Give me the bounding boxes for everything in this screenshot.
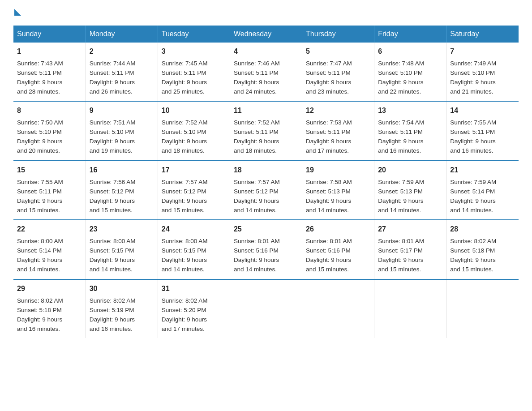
day-cell: 13Sunrise: 7:54 AMSunset: 5:11 PMDayligh…: [374, 101, 446, 160]
day-number: 14: [450, 105, 515, 116]
day-cell: 21Sunrise: 7:59 AMSunset: 5:14 PMDayligh…: [446, 161, 519, 220]
day-info: Sunrise: 7:59 AMSunset: 5:13 PMDaylight:…: [378, 178, 442, 215]
header-cell-friday: Friday: [374, 26, 446, 43]
day-number: 12: [306, 105, 370, 116]
day-cell: [230, 279, 302, 338]
day-info: Sunrise: 7:47 AMSunset: 5:11 PMDaylight:…: [306, 59, 370, 97]
day-number: 7: [450, 46, 515, 57]
day-cell: 15Sunrise: 7:55 AMSunset: 5:11 PMDayligh…: [13, 161, 86, 220]
day-info: Sunrise: 7:59 AMSunset: 5:14 PMDaylight:…: [450, 178, 515, 215]
day-cell: 1Sunrise: 7:43 AMSunset: 5:11 PMDaylight…: [13, 43, 86, 101]
day-number: 13: [378, 105, 442, 116]
header-cell-saturday: Saturday: [446, 26, 519, 43]
day-cell: 19Sunrise: 7:58 AMSunset: 5:13 PMDayligh…: [302, 161, 374, 220]
day-info: Sunrise: 7:43 AMSunset: 5:11 PMDaylight:…: [17, 59, 82, 97]
day-number: 9: [90, 105, 154, 116]
day-info: Sunrise: 7:46 AMSunset: 5:11 PMDaylight:…: [234, 59, 298, 97]
day-info: Sunrise: 7:57 AMSunset: 5:12 PMDaylight:…: [162, 178, 226, 215]
day-info: Sunrise: 7:50 AMSunset: 5:10 PMDaylight:…: [17, 118, 82, 156]
day-cell: 9Sunrise: 7:51 AMSunset: 5:10 PMDaylight…: [86, 101, 158, 160]
day-cell: 25Sunrise: 8:01 AMSunset: 5:16 PMDayligh…: [230, 220, 302, 279]
day-cell: [302, 279, 374, 338]
day-number: 18: [234, 165, 298, 176]
header-cell-monday: Monday: [86, 26, 158, 43]
day-cell: 24Sunrise: 8:00 AMSunset: 5:15 PMDayligh…: [158, 220, 230, 279]
day-number: 24: [162, 224, 226, 235]
day-number: 27: [378, 224, 442, 235]
day-info: Sunrise: 7:45 AMSunset: 5:11 PMDaylight:…: [162, 59, 226, 97]
page-header: [13, 9, 519, 17]
day-cell: 20Sunrise: 7:59 AMSunset: 5:13 PMDayligh…: [374, 161, 446, 220]
day-number: 28: [450, 224, 515, 235]
day-number: 30: [90, 283, 154, 295]
day-number: 2: [90, 46, 154, 57]
day-cell: 5Sunrise: 7:47 AMSunset: 5:11 PMDaylight…: [302, 43, 374, 101]
header-row: SundayMondayTuesdayWednesdayThursdayFrid…: [13, 26, 519, 43]
calendar-body: 1Sunrise: 7:43 AMSunset: 5:11 PMDaylight…: [13, 43, 519, 338]
day-cell: 22Sunrise: 8:00 AMSunset: 5:14 PMDayligh…: [13, 220, 86, 279]
day-cell: 23Sunrise: 8:00 AMSunset: 5:15 PMDayligh…: [86, 220, 158, 279]
week-row-1: 1Sunrise: 7:43 AMSunset: 5:11 PMDaylight…: [13, 43, 519, 101]
day-number: 5: [306, 46, 370, 57]
day-info: Sunrise: 7:48 AMSunset: 5:10 PMDaylight:…: [378, 59, 442, 97]
day-info: Sunrise: 8:01 AMSunset: 5:16 PMDaylight:…: [306, 237, 370, 274]
day-cell: 2Sunrise: 7:44 AMSunset: 5:11 PMDaylight…: [86, 43, 158, 101]
day-cell: 8Sunrise: 7:50 AMSunset: 5:10 PMDaylight…: [13, 101, 86, 160]
day-cell: 10Sunrise: 7:52 AMSunset: 5:10 PMDayligh…: [158, 101, 230, 160]
day-cell: 4Sunrise: 7:46 AMSunset: 5:11 PMDaylight…: [230, 43, 302, 101]
day-number: 11: [234, 105, 298, 116]
week-row-4: 22Sunrise: 8:00 AMSunset: 5:14 PMDayligh…: [13, 220, 519, 279]
day-info: Sunrise: 7:51 AMSunset: 5:10 PMDaylight:…: [90, 118, 154, 156]
week-row-5: 29Sunrise: 8:02 AMSunset: 5:18 PMDayligh…: [13, 279, 519, 338]
day-number: 26: [306, 224, 370, 235]
day-number: 22: [17, 224, 82, 235]
day-number: 1: [17, 46, 82, 57]
day-number: 8: [17, 105, 82, 116]
day-number: 21: [450, 165, 515, 176]
day-info: Sunrise: 7:56 AMSunset: 5:12 PMDaylight:…: [90, 178, 154, 215]
day-cell: 29Sunrise: 8:02 AMSunset: 5:18 PMDayligh…: [13, 279, 86, 338]
day-info: Sunrise: 7:52 AMSunset: 5:10 PMDaylight:…: [162, 118, 226, 156]
day-cell: 31Sunrise: 8:02 AMSunset: 5:20 PMDayligh…: [158, 279, 230, 338]
day-cell: 17Sunrise: 7:57 AMSunset: 5:12 PMDayligh…: [158, 161, 230, 220]
day-info: Sunrise: 7:44 AMSunset: 5:11 PMDaylight:…: [90, 59, 154, 97]
day-number: 25: [234, 224, 298, 235]
day-number: 23: [90, 224, 154, 235]
day-cell: 12Sunrise: 7:53 AMSunset: 5:11 PMDayligh…: [302, 101, 374, 160]
week-row-3: 15Sunrise: 7:55 AMSunset: 5:11 PMDayligh…: [13, 161, 519, 220]
day-number: 15: [17, 165, 82, 176]
day-info: Sunrise: 7:55 AMSunset: 5:11 PMDaylight:…: [17, 178, 82, 215]
header-cell-sunday: Sunday: [13, 26, 86, 43]
day-info: Sunrise: 8:02 AMSunset: 5:18 PMDaylight:…: [17, 296, 82, 334]
calendar-table: SundayMondayTuesdayWednesdayThursdayFrid…: [13, 26, 519, 338]
day-cell: 30Sunrise: 8:02 AMSunset: 5:19 PMDayligh…: [86, 279, 158, 338]
day-cell: 18Sunrise: 7:57 AMSunset: 5:12 PMDayligh…: [230, 161, 302, 220]
day-info: Sunrise: 8:01 AMSunset: 5:16 PMDaylight:…: [234, 237, 298, 274]
day-info: Sunrise: 7:49 AMSunset: 5:10 PMDaylight:…: [450, 59, 515, 97]
day-info: Sunrise: 8:00 AMSunset: 5:15 PMDaylight:…: [162, 237, 226, 274]
day-info: Sunrise: 8:01 AMSunset: 5:17 PMDaylight:…: [378, 237, 442, 274]
day-number: 20: [378, 165, 442, 176]
day-cell: 3Sunrise: 7:45 AMSunset: 5:11 PMDaylight…: [158, 43, 230, 101]
day-number: 19: [306, 165, 370, 176]
header-cell-wednesday: Wednesday: [230, 26, 302, 43]
day-cell: 28Sunrise: 8:02 AMSunset: 5:18 PMDayligh…: [446, 220, 519, 279]
day-info: Sunrise: 7:58 AMSunset: 5:13 PMDaylight:…: [306, 178, 370, 215]
day-number: 6: [378, 46, 442, 57]
day-info: Sunrise: 7:55 AMSunset: 5:11 PMDaylight:…: [450, 118, 515, 156]
day-cell: 7Sunrise: 7:49 AMSunset: 5:10 PMDaylight…: [446, 43, 519, 101]
day-info: Sunrise: 8:02 AMSunset: 5:20 PMDaylight:…: [162, 296, 226, 334]
day-cell: [446, 279, 519, 338]
day-cell: 16Sunrise: 7:56 AMSunset: 5:12 PMDayligh…: [86, 161, 158, 220]
day-info: Sunrise: 7:54 AMSunset: 5:11 PMDaylight:…: [378, 118, 442, 156]
header-cell-tuesday: Tuesday: [158, 26, 230, 43]
day-info: Sunrise: 8:00 AMSunset: 5:14 PMDaylight:…: [17, 237, 82, 274]
logo-arrow-icon: [14, 9, 21, 16]
day-cell: [374, 279, 446, 338]
day-info: Sunrise: 7:57 AMSunset: 5:12 PMDaylight:…: [234, 178, 298, 215]
day-number: 3: [162, 46, 226, 57]
header-cell-thursday: Thursday: [302, 26, 374, 43]
calendar-header: SundayMondayTuesdayWednesdayThursdayFrid…: [13, 26, 519, 43]
day-number: 29: [17, 283, 82, 295]
day-number: 10: [162, 105, 226, 116]
